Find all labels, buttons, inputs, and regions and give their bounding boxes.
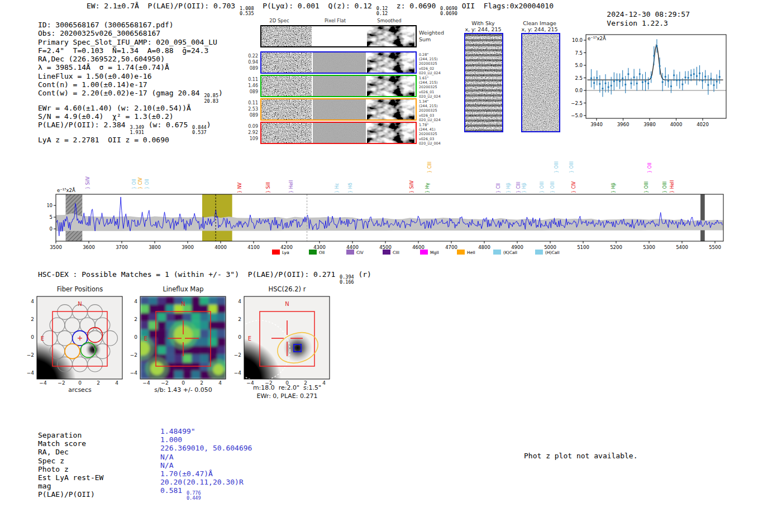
stacked-range-value: 0.120.12 — [376, 6, 388, 16]
cutout-right-annotation: 0.28" (244, 215) 20200325 v026_02 020_LU… — [419, 52, 441, 75]
match-row-value: 0.581 0.7760.449 — [160, 486, 252, 495]
cutout-2d-spec — [261, 52, 312, 73]
with-sky-cutout — [464, 33, 503, 132]
x-tick-label: −2 — [159, 380, 170, 386]
cutout-right-annotation: 1.34" (244, 215) 20200325 v026_03 020_LU… — [419, 99, 441, 122]
cutout-smoothed — [367, 123, 414, 143]
y-tick-label: 0 — [50, 226, 53, 232]
info-line: ID: 3006568167 (3006568167.pdf) — [38, 21, 223, 29]
spectral-line-label: } OIII — [550, 181, 555, 193]
col-title-2d-spec: 2D Spec — [269, 18, 289, 23]
flux-units-label: e⁻¹⁷x2Å — [57, 187, 75, 193]
info-line: P(LAE)/P(OII): 2.384 3.3491.931 (w: 0.67… — [38, 121, 223, 135]
compass-east: E — [144, 336, 147, 342]
info-line: LineFlux = 1.50(±0.40)e-16 — [38, 72, 223, 80]
match-row-value: 20.20(20.11,20.30)R — [160, 478, 252, 486]
spectral-line-label: } CIII — [516, 182, 521, 193]
y-tick-label: 4 — [20, 299, 34, 304]
x-tick-label: 4100 — [247, 245, 260, 250]
spectral-line-label: } Hβ — [506, 183, 511, 193]
info-line: LyA z = 2.2781 OII z = 0.0690 — [38, 136, 223, 144]
match-row-label: P(LAE)/P(OII) — [38, 490, 103, 499]
x-tick-label: 3900 — [182, 245, 194, 250]
spectral-line-label: } OII — [647, 162, 652, 173]
match-row-label: Photo z — [38, 465, 103, 473]
spectral-line-label: } SiIV — [85, 176, 90, 189]
info-line: S/N = 4.9(±0.4) χ² = 1.3(±0.2) — [38, 112, 223, 121]
cutout-2d-spec — [261, 123, 312, 143]
cutout-left-stats: 0.11 1.46 089 — [245, 77, 258, 95]
x-tick-label: 5000 — [544, 245, 556, 250]
line-fit-zoom-plot: 10.07.55.02.50.0−2.5−5.03940396039804000… — [567, 28, 782, 142]
legend-swatch — [309, 250, 317, 255]
info-line: F=2.4" T=0.103 N̄=1.34 A=0.88 ḡ=24.3 — [38, 46, 223, 55]
legend-swatch — [346, 250, 354, 255]
cutout-smoothed — [367, 99, 414, 119]
legend-label: OII — [319, 250, 325, 255]
legend-label: HeII — [467, 250, 475, 255]
spectral-line-label: } OII — [132, 179, 137, 189]
elixer-report-page: EW: 2.1±0.7Å P(LAE)/P(OII): 0.703 1.0080… — [0, 0, 782, 532]
cutout-left-stats: 0.22 0.94 089 — [245, 54, 258, 71]
cutout-pixel-flat — [313, 26, 366, 46]
x-tick-label: 3800 — [149, 245, 161, 250]
fiber-xlabel: arcsecs — [68, 386, 91, 394]
match-table-values: 1.48499"1.000226.369010, 50.604696N/AN/A… — [160, 427, 252, 495]
y-tick-label: 2 — [20, 317, 34, 322]
x-tick-label: 5500 — [709, 245, 721, 250]
spectral-line-label: } CIV — [138, 177, 143, 189]
spectral-line-label: } Hβ — [522, 183, 527, 193]
legend-swatch — [493, 250, 501, 255]
compass-north: N — [181, 301, 185, 307]
x-tick-label: −4 — [37, 380, 49, 386]
legend-label: MgII — [430, 250, 439, 255]
spectral-line-label: } Hβ — [611, 183, 616, 193]
x-tick-label: 5300 — [643, 245, 655, 250]
spectral-line-label: } Hγ — [425, 183, 430, 193]
cutout-pixel-flat — [313, 76, 366, 96]
stacked-range-value: 0.7760.449 — [187, 491, 201, 501]
cutout-2d-spec — [261, 99, 312, 119]
match-row-value: 1.70(±0.47)Å — [160, 469, 252, 478]
x-tick-label: 3960 — [617, 122, 630, 127]
info-line: Cont(n) = 1.00(±0.14)e-17 — [38, 80, 223, 89]
x-tick-label: 5200 — [610, 245, 622, 250]
cutout-2d-spec — [261, 76, 312, 96]
detection-info-block: ID: 3006568167 (3006568167.pdf)Obs: 2020… — [38, 21, 223, 144]
x-tick-label: 4000 — [670, 122, 683, 127]
compass-east: E — [41, 336, 44, 342]
legend-label: (H)CaII — [545, 250, 560, 255]
match-row-label: mag — [38, 482, 103, 490]
x-tick-label: 3500 — [50, 245, 62, 250]
full-spectrum-svg: 0510350036003700380039004000410042004300… — [47, 151, 735, 262]
y-tick-label: −2 — [123, 352, 137, 358]
sky-banding-overlay — [465, 34, 502, 131]
match-row-label: Spec z — [38, 457, 103, 465]
report-version: Version 1.22.3 — [607, 19, 668, 27]
y-tick-label: 0 — [20, 334, 34, 340]
x-tick-label: −4 — [141, 380, 152, 386]
x-tick-label: −2 — [56, 380, 67, 386]
x-tick-label: 5100 — [577, 245, 589, 250]
x-tick-label: 4 — [111, 380, 122, 386]
with-sky-title: With Skyx, y: 244, 215 — [465, 20, 501, 32]
y-tick-label: −2 — [227, 352, 241, 358]
x-tick-label: 3940 — [590, 122, 603, 127]
x-tick-label: 4900 — [511, 245, 523, 250]
cutout-2d-spec — [261, 26, 312, 46]
col-title-pixel-flat: Pixel Flat — [325, 18, 346, 23]
info-line: RA,Dec (226.369522,50.604950) — [38, 55, 223, 63]
x-tick-label: 0 — [178, 380, 189, 386]
x-tick-label: 3980 — [643, 122, 656, 127]
y-tick-label: 10.0 — [572, 37, 583, 43]
x-tick-label: −2 — [263, 380, 274, 386]
match-table-labels: SeparationMatch scoreRA, DecSpec zPhoto … — [38, 431, 103, 499]
x-tick-label: 3700 — [116, 245, 128, 250]
x-tick-label: 4200 — [280, 245, 293, 250]
x-tick-label: 4500 — [379, 245, 392, 250]
spectral-line-label: } OII — [145, 179, 150, 189]
spectral-line-label: } OIII — [554, 161, 559, 173]
stacked-range-value: 0.8440.537 — [192, 125, 207, 135]
stacked-range-value: 1.0080.535 — [240, 6, 254, 16]
match-row-value: N/A — [160, 461, 252, 469]
